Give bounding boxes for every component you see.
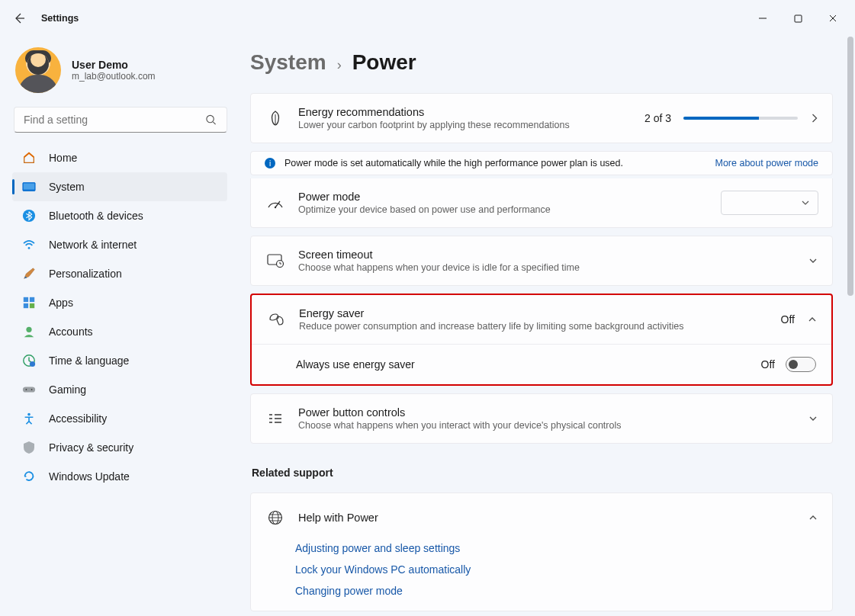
related-support-heading: Related support [252, 467, 833, 479]
home-icon [21, 150, 37, 165]
sidebar-item-network[interactable]: Network & internet [12, 230, 227, 259]
chevron-down-icon [808, 415, 818, 422]
sidebar-item-label: Network & internet [49, 239, 137, 251]
clock-icon [21, 353, 37, 368]
more-about-link[interactable]: More about power mode [715, 158, 819, 168]
globe-icon [266, 509, 284, 527]
gamepad-icon [21, 382, 37, 397]
card-title: Energy saver [299, 307, 767, 319]
back-button[interactable] [8, 7, 31, 30]
sidebar-item-label: System [49, 181, 85, 193]
sidebar-item-label: Privacy & security [49, 441, 133, 454]
sidebar-item-label: Accessibility [49, 412, 107, 425]
svg-point-10 [26, 327, 31, 332]
sidebar-item-accessibility[interactable]: Accessibility [12, 404, 227, 433]
svg-point-5 [28, 247, 31, 249]
update-icon [21, 469, 37, 484]
svg-point-1 [207, 115, 214, 122]
power-button-controls-card[interactable]: Power button controls Choose what happen… [250, 393, 833, 444]
breadcrumb-parent[interactable]: System [250, 50, 326, 75]
scrollbar[interactable] [847, 37, 853, 296]
card-subtitle: Reduce power consumption and increase ba… [299, 321, 767, 332]
info-text: Power mode is set automatically while th… [284, 158, 623, 168]
card-subtitle: Lower your carbon footprint by applying … [298, 120, 631, 130]
wifi-icon [21, 237, 37, 252]
accessibility-icon [21, 411, 37, 426]
always-energy-saver-row: Always use energy saver Off [252, 344, 831, 384]
chevron-right-icon: › [337, 57, 342, 73]
energy-saver-icon [267, 310, 285, 329]
help-header[interactable]: Help with Power [251, 493, 832, 542]
svg-rect-6 [24, 297, 28, 302]
sidebar: User Demo m_lab@outlook.com Home System … [0, 37, 236, 616]
card-title: Energy recommendations [298, 106, 631, 118]
brush-icon [21, 266, 37, 281]
screen-timeout-icon [266, 252, 284, 270]
main-content: System › Power Energy recommendations Lo… [236, 37, 855, 616]
window-title: Settings [41, 13, 79, 24]
svg-point-14 [26, 389, 27, 390]
sidebar-item-home[interactable]: Home [12, 143, 227, 172]
sidebar-item-accounts[interactable]: Accounts [12, 317, 227, 346]
info-banner: i Power mode is set automatically while … [250, 151, 833, 175]
svg-rect-0 [795, 15, 802, 22]
svg-rect-8 [24, 303, 28, 308]
sidebar-item-label: Home [49, 152, 77, 164]
always-energy-saver-toggle[interactable] [786, 357, 816, 372]
sidebar-item-label: Windows Update [49, 470, 130, 483]
svg-rect-3 [24, 184, 34, 190]
help-with-power-card: Help with Power Adjusting power and slee… [250, 492, 833, 611]
energy-saver-card: Energy saver Reduce power consumption an… [250, 294, 833, 386]
power-mode-dropdown[interactable] [721, 191, 818, 215]
energy-recommendations-card[interactable]: Energy recommendations Lower your carbon… [250, 93, 833, 143]
search-input[interactable] [14, 107, 227, 133]
info-icon: i [265, 158, 275, 168]
help-link[interactable]: Changing power mode [295, 585, 817, 597]
search-icon [205, 114, 217, 126]
sidebar-item-personalization[interactable]: Personalization [12, 259, 227, 288]
svg-rect-13 [23, 387, 35, 392]
energy-saver-header[interactable]: Energy saver Reduce power consumption an… [252, 295, 831, 344]
svg-point-15 [31, 389, 33, 390]
power-mode-card: Power mode Optimize your device based on… [250, 178, 833, 228]
leaf-icon [266, 109, 284, 127]
system-icon [21, 179, 37, 194]
chevron-right-icon [810, 113, 818, 124]
bluetooth-icon [21, 208, 37, 223]
card-title: Help with Power [298, 512, 794, 524]
sidebar-item-time[interactable]: Time & language [12, 346, 227, 375]
sidebar-item-label: Personalization [49, 268, 122, 280]
sidebar-item-label: Bluetooth & devices [49, 210, 143, 222]
chevron-down-icon [808, 257, 818, 265]
sidebar-item-apps[interactable]: Apps [12, 288, 227, 317]
page-title: Power [352, 50, 416, 75]
gauge-icon [266, 194, 284, 212]
avatar [15, 47, 61, 93]
card-title: Power mode [298, 191, 707, 203]
toggle-status: Off [761, 358, 775, 371]
help-link[interactable]: Lock your Windows PC automatically [295, 563, 817, 576]
screen-timeout-card[interactable]: Screen timeout Choose what happens when … [250, 236, 833, 286]
sidebar-item-label: Gaming [49, 383, 86, 396]
close-button[interactable] [815, 6, 850, 30]
sidebar-item-label: Time & language [49, 355, 129, 367]
sidebar-item-gaming[interactable]: Gaming [12, 375, 227, 404]
card-subtitle: Choose what happens when you interact wi… [298, 420, 794, 431]
help-link[interactable]: Adjusting power and sleep settings [295, 542, 817, 554]
person-icon [21, 324, 37, 339]
sidebar-item-label: Accounts [49, 326, 93, 338]
sidebar-item-system[interactable]: System [12, 172, 227, 201]
user-email: m_lab@outlook.com [72, 71, 156, 82]
svg-point-12 [30, 361, 35, 367]
maximize-button[interactable] [780, 6, 815, 30]
sidebar-item-privacy[interactable]: Privacy & security [12, 433, 227, 462]
sidebar-item-bluetooth[interactable]: Bluetooth & devices [12, 201, 227, 230]
card-title: Power button controls [298, 406, 794, 419]
minimize-button[interactable] [745, 6, 780, 30]
titlebar: Settings [0, 0, 855, 37]
nav: Home System Bluetooth & devices Network … [12, 143, 227, 491]
apps-icon [21, 295, 37, 310]
svg-point-16 [27, 413, 31, 416]
sidebar-item-update[interactable]: Windows Update [12, 462, 227, 491]
user-profile[interactable]: User Demo m_lab@outlook.com [12, 44, 227, 107]
